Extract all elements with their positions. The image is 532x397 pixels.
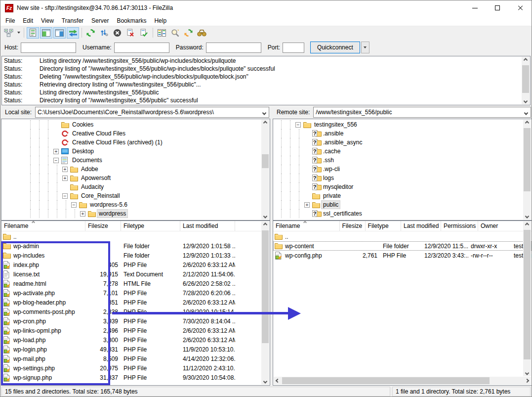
directory-comparison-button[interactable] (156, 27, 168, 39)
minimize-button[interactable] (463, 0, 486, 15)
column-header-filetype[interactable]: Filetype (366, 221, 401, 231)
file-row[interactable]: .. (273, 232, 532, 241)
tree-item[interactable]: private (273, 191, 532, 200)
scroll-down-icon[interactable] (523, 368, 531, 376)
expander-plus-icon[interactable]: + (304, 202, 310, 208)
site-manager-button[interactable] (2, 27, 15, 39)
file-row[interactable]: wp-contentFile folder12/9/2020 11:5...dr… (273, 241, 532, 251)
scroll-up-icon[interactable] (261, 221, 269, 229)
tree-item[interactable]: Audacity (1, 182, 270, 191)
column-header-owner[interactable]: Owner (478, 221, 529, 231)
scroll-thumb[interactable] (524, 230, 531, 359)
toggle-message-log-button[interactable] (27, 27, 39, 39)
password-input[interactable] (206, 43, 261, 53)
menu-transfer[interactable]: Transfer (58, 15, 87, 26)
scroll-thumb[interactable] (282, 377, 490, 384)
maximize-button[interactable] (486, 0, 509, 15)
scroll-thumb[interactable] (522, 65, 529, 93)
tree-item[interactable]: ?mysqleditor (273, 182, 532, 191)
scroll-up-icon[interactable] (523, 221, 531, 229)
site-manager-dropdown[interactable] (15, 27, 22, 39)
tree-item[interactable]: ?ssl_certificates (273, 209, 532, 218)
process-queue-button[interactable] (98, 27, 110, 39)
menu-server[interactable]: Server (87, 15, 113, 26)
file-row[interactable]: .. (1, 232, 270, 241)
expander-minus-icon[interactable]: − (62, 193, 68, 199)
log-scrollbar[interactable] (522, 57, 530, 104)
column-header-permissions[interactable]: Permissions (441, 221, 478, 231)
expander-minus-icon[interactable]: − (53, 158, 59, 163)
remote-tree-scrollbar[interactable] (523, 120, 531, 220)
tree-item[interactable]: +wordpress (1, 209, 270, 218)
toggle-local-tree-button[interactable] (40, 27, 52, 39)
expander-plus-icon[interactable]: + (62, 176, 68, 181)
tree-item[interactable]: −Core_Reinstall (1, 191, 270, 200)
scroll-up-icon[interactable] (261, 120, 269, 128)
scroll-down-icon[interactable] (522, 96, 530, 104)
expander-plus-icon[interactable]: + (62, 167, 68, 172)
synchronized-browsing-button[interactable] (182, 27, 195, 39)
cancel-button[interactable] (111, 27, 123, 39)
scroll-up-icon[interactable] (523, 120, 531, 128)
column-header-filetype[interactable]: Filetype (121, 221, 180, 231)
scroll-thumb[interactable] (262, 230, 269, 343)
column-header-filename[interactable]: Filename (1, 221, 85, 231)
column-header-last-modified[interactable]: Last modified (180, 221, 235, 231)
reconnect-button[interactable] (138, 27, 150, 39)
tree-item[interactable]: Cookies (1, 120, 270, 129)
quickconnect-dropdown[interactable] (361, 42, 369, 53)
scroll-down-icon[interactable] (523, 212, 531, 220)
file-row[interactable]: wp-config.php2,761PHP File12/3/2020 3:43… (273, 251, 532, 260)
column-header-filename[interactable]: Filename (273, 221, 340, 231)
port-input[interactable] (283, 43, 304, 53)
remote-list-hscrollbar[interactable] (274, 377, 531, 385)
expander-minus-icon[interactable]: − (295, 122, 301, 128)
filter-button[interactable] (196, 27, 208, 39)
expander-minus-icon[interactable]: − (71, 202, 77, 208)
tree-item[interactable]: ?.ansible (273, 129, 532, 138)
menu-file[interactable]: File (1, 15, 19, 26)
tree-item[interactable]: Creative Cloud Files (archived) (1) (1, 138, 270, 147)
column-header-last-modified[interactable]: Last modified (401, 221, 441, 231)
remote-path-combo[interactable]: /www/testingsitex_556/public (313, 107, 531, 118)
scroll-thumb[interactable] (262, 154, 269, 168)
remote-list-scrollbar[interactable] (523, 221, 531, 376)
tree-item[interactable]: ?.cache (273, 147, 532, 156)
tree-item[interactable]: −testingsitex_556 (273, 120, 532, 129)
tree-item[interactable]: −wordpress-5.6 (1, 200, 270, 209)
quickconnect-button[interactable]: Quickconnect (310, 42, 360, 53)
menu-bookmarks[interactable]: Bookmarks (113, 15, 150, 26)
tree-item[interactable]: ?.wp-cli (273, 165, 532, 174)
toggle-transfer-queue-button[interactable] (67, 27, 79, 39)
local-path-combo[interactable]: C:\Users\Joe\Documents\Core_Reinstall\wo… (35, 107, 269, 118)
column-header-filesize[interactable]: Filesize (340, 221, 366, 231)
find-files-button[interactable] (169, 27, 181, 39)
scroll-down-icon[interactable] (261, 212, 269, 220)
tree-item[interactable]: −Documents (1, 156, 270, 165)
scroll-down-icon[interactable] (261, 377, 269, 385)
disconnect-button[interactable] (124, 27, 137, 39)
scroll-left-icon[interactable] (274, 377, 282, 385)
expander-plus-icon[interactable]: + (53, 149, 59, 154)
menu-view[interactable]: View (37, 15, 58, 26)
username-input[interactable] (114, 43, 169, 53)
tree-item[interactable]: +Apowersoft (1, 174, 270, 182)
tree-item[interactable]: +Desktop (1, 147, 270, 156)
tree-item[interactable]: Creative Cloud Files (1, 129, 270, 138)
refresh-button[interactable] (84, 27, 97, 39)
local-tree-scrollbar[interactable] (261, 120, 269, 220)
local-list-scrollbar[interactable] (261, 221, 269, 385)
tree-item[interactable]: +public (273, 200, 532, 209)
menu-help[interactable]: Help (150, 15, 170, 26)
scroll-up-icon[interactable] (522, 57, 530, 65)
close-button[interactable] (509, 0, 532, 15)
tree-item[interactable]: ?.ssh (273, 156, 532, 165)
expander-plus-icon[interactable]: + (80, 211, 85, 217)
scroll-right-icon[interactable] (523, 377, 531, 385)
column-header-filesize[interactable]: Filesize (85, 221, 121, 231)
toggle-remote-tree-button[interactable] (53, 27, 66, 39)
host-input[interactable] (21, 43, 76, 53)
tree-item[interactable]: ?logs (273, 174, 532, 182)
menu-edit[interactable]: Edit (19, 15, 37, 26)
tree-item[interactable]: ?.ansible_async (273, 138, 532, 147)
